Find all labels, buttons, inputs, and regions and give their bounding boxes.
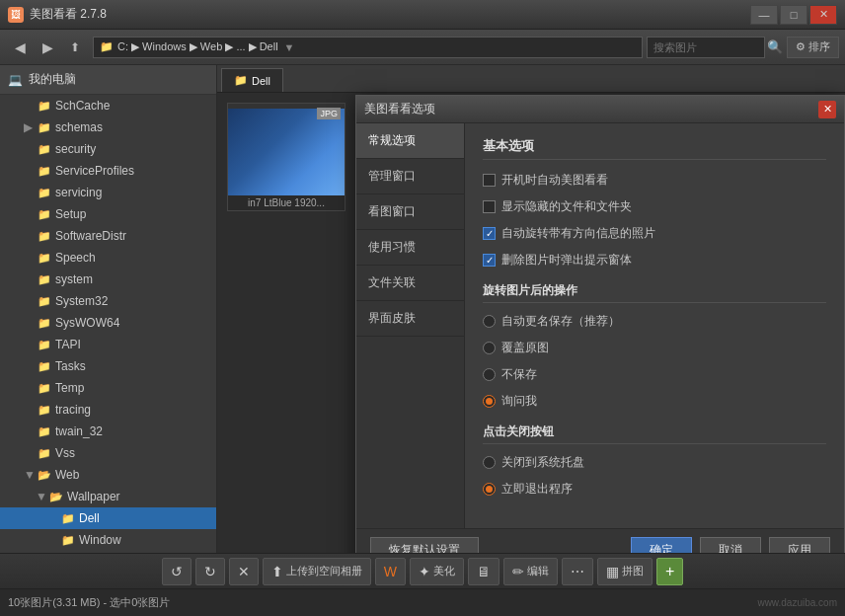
item-label: schemas xyxy=(55,120,103,134)
checkbox-autostart[interactable] xyxy=(483,174,496,187)
section-after-rotate-title: 旋转图片后的操作 xyxy=(483,282,826,303)
sidebar-item-web[interactable]: ▼ 📂 Web xyxy=(0,464,216,486)
option-overwrite: 覆盖原图 xyxy=(483,340,826,356)
sort-button[interactable]: ⚙ 排序 xyxy=(787,37,839,58)
section-basic-title: 基本选项 xyxy=(483,137,826,160)
folder-icon: 📁 xyxy=(38,230,51,243)
folder-icon: 📁 xyxy=(38,382,51,395)
folder-icon: 📁 xyxy=(38,143,51,156)
dnav-basic[interactable]: 常规选项 xyxy=(356,123,464,159)
item-label: Window xyxy=(79,533,121,547)
label-autostart: 开机时自动美图看看 xyxy=(501,172,608,189)
sidebar-item-setup[interactable]: 📁 Setup xyxy=(0,203,216,225)
sidebar-item-tasks[interactable]: 📁 Tasks xyxy=(0,355,216,377)
app-title: 美图看看 2.7.8 xyxy=(30,6,750,23)
title-bar: 🖼 美图看看 2.7.8 — □ ✕ xyxy=(0,0,845,30)
back-button[interactable]: ◀ xyxy=(6,35,34,60)
item-label: security xyxy=(55,142,96,156)
sidebar-item-temp[interactable]: 📁 Temp xyxy=(0,377,216,399)
sidebar-item-softwaredistr[interactable]: 📁 SoftwareDistr xyxy=(0,225,216,247)
radio-exit[interactable] xyxy=(483,483,496,496)
sidebar-item-tapi[interactable]: 📁 TAPI xyxy=(0,334,216,355)
radio-auto-save[interactable] xyxy=(483,315,496,328)
ok-button[interactable]: 确定 xyxy=(631,537,692,554)
nav-path[interactable]: 📁 C: ▶ Windows ▶ Web ▶ ... ▶ Dell ▼ xyxy=(93,37,643,58)
sort-icon: ⚙ xyxy=(796,40,806,53)
beautify-label: 美化 xyxy=(433,564,455,578)
checkbox-show-hidden[interactable] xyxy=(483,200,496,213)
sidebar-item-syswow64[interactable]: 📁 SysWOW64 xyxy=(0,312,216,334)
dialog-body: 常规选项 管理窗口 看图窗口 使用习惯 文件关联 xyxy=(356,123,844,528)
watermark: www.dazuiba.com xyxy=(757,597,837,608)
sidebar-item-wallpaper[interactable]: ▼ 📂 Wallpaper xyxy=(0,486,216,507)
close-button[interactable]: ✕ xyxy=(809,5,837,25)
sidebar-item-system[interactable]: 📁 system xyxy=(0,269,216,290)
collage-label: 拼图 xyxy=(622,564,644,578)
folder-icon: 📁 xyxy=(61,512,75,525)
dnav-skin[interactable]: 界面皮肤 xyxy=(356,301,464,337)
folder-icon: 📁 xyxy=(38,447,51,460)
sidebar-item-system32[interactable]: 📁 System32 xyxy=(0,290,216,312)
delete-icon: ✕ xyxy=(238,564,250,579)
add-btn[interactable]: + xyxy=(656,558,683,585)
sidebar-item-window[interactable]: 📁 Window xyxy=(0,529,216,551)
dnav-view-window[interactable]: 看图窗口 xyxy=(356,194,464,230)
sidebar-item-serviceprofiles[interactable]: 📁 ServiceProfiles xyxy=(0,160,216,182)
cancel-button[interactable]: 取消 xyxy=(700,537,761,554)
dnav-label: 界面皮肤 xyxy=(368,310,416,327)
reset-defaults-button[interactable]: 恢复默认设置 xyxy=(370,537,479,554)
dnav-file-assoc[interactable]: 文件关联 xyxy=(356,266,464,301)
sidebar-item-dell[interactable]: 📁 Dell xyxy=(0,507,216,529)
more-btn[interactable]: ⋯ xyxy=(562,558,593,585)
sidebar-item-landsc[interactable]: 📁 Landsc xyxy=(0,551,216,553)
sidebar-item-servicing[interactable]: 📁 servicing xyxy=(0,182,216,203)
checkbox-auto-rotate[interactable] xyxy=(483,227,496,240)
upload-btn[interactable]: ⬆ 上传到空间相册 xyxy=(263,558,371,585)
item-label: SysWOW64 xyxy=(55,316,119,330)
sidebar-item-twain32[interactable]: 📁 twain_32 xyxy=(0,421,216,442)
sidebar-item-schemas[interactable]: ▶ 📁 schemas xyxy=(0,116,216,138)
sidebar-header: 💻 我的电脑 xyxy=(0,65,216,95)
label-no-save: 不保存 xyxy=(501,366,537,383)
desktop-icon: 🖥 xyxy=(477,564,491,579)
rotate-left-btn[interactable]: ↺ xyxy=(162,558,192,585)
edit-icon: ✏ xyxy=(512,564,524,579)
item-label: system xyxy=(55,272,93,286)
folder-icon: 📁 xyxy=(38,317,51,330)
forward-button[interactable]: ▶ xyxy=(34,35,61,60)
app-icon: 🖼 xyxy=(8,7,24,23)
weibo-btn[interactable]: W xyxy=(375,558,406,585)
radio-ask-me[interactable] xyxy=(483,395,496,408)
sidebar-item-vss[interactable]: 📁 Vss xyxy=(0,442,216,464)
sidebar-item-security[interactable]: 📁 security xyxy=(0,138,216,160)
dnav-label: 使用习惯 xyxy=(368,239,416,256)
radio-minimize-tray[interactable] xyxy=(483,456,496,469)
computer-icon: 💻 xyxy=(8,73,23,87)
sidebar-item-tracing[interactable]: 📁 tracing xyxy=(0,399,216,421)
minimize-button[interactable]: — xyxy=(750,5,778,25)
sidebar-item-schcache[interactable]: 📁 SchCache xyxy=(0,95,216,116)
dnav-habits[interactable]: 使用习惯 xyxy=(356,230,464,266)
rotate-right-btn[interactable]: ↻ xyxy=(195,558,225,585)
up-button[interactable]: ⬆ xyxy=(61,35,89,60)
item-label: Dell xyxy=(79,511,100,525)
folder-icon: 📁 xyxy=(38,339,51,351)
dialog-close-button[interactable]: ✕ xyxy=(818,101,836,118)
option-show-hidden: 显示隐藏的文件和文件夹 xyxy=(483,198,826,215)
sidebar-item-speech[interactable]: 📁 Speech xyxy=(0,247,216,269)
maximize-button[interactable]: □ xyxy=(780,5,807,25)
checkbox-delete-prompt[interactable] xyxy=(483,254,496,267)
apply-button[interactable]: 应用 xyxy=(769,537,830,554)
desktop-btn[interactable]: 🖥 xyxy=(468,558,499,585)
option-auto-save: 自动更名保存（推荐） xyxy=(483,313,826,330)
beautify-btn[interactable]: ✦ 美化 xyxy=(410,558,464,585)
path-dropdown-icon[interactable]: ▼ xyxy=(284,41,295,53)
rotate-right-icon: ↻ xyxy=(204,564,216,579)
edit-btn[interactable]: ✏ 编辑 xyxy=(503,558,558,585)
radio-overwrite[interactable] xyxy=(483,342,496,354)
radio-no-save[interactable] xyxy=(483,368,496,381)
dnav-window-mgmt[interactable]: 管理窗口 xyxy=(356,159,464,194)
delete-btn[interactable]: ✕ xyxy=(229,558,259,585)
collage-btn[interactable]: ▦ 拼图 xyxy=(597,558,653,585)
search-input[interactable] xyxy=(647,37,765,58)
